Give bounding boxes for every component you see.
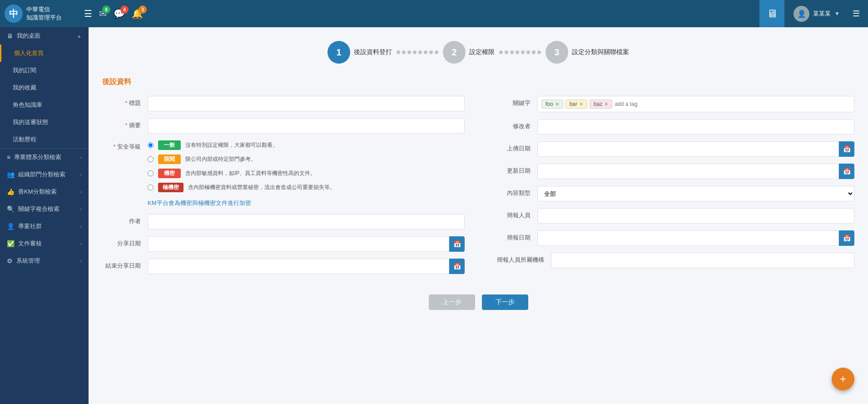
title-input[interactable] — [148, 96, 465, 111]
security-badge-secret: 機密 — [158, 169, 181, 178]
security-badge-normal: 一般 — [158, 140, 181, 150]
present-date-calendar-button[interactable]: 📅 — [839, 230, 854, 246]
fab-button[interactable]: + — [832, 368, 854, 390]
org-cat-chevron: › — [80, 172, 82, 177]
update-date-field: 📅 — [537, 164, 854, 179]
step-3-circle: 3 — [546, 41, 568, 64]
update-date-calendar-button[interactable]: 📅 — [839, 164, 854, 179]
keyword-add-input[interactable] — [615, 101, 683, 107]
main-content: 1 後設資料登打 2 設定權限 3 設定分類與關聯檔案 後設資料 — [89, 27, 868, 404]
keyword-chevron: › — [80, 206, 82, 212]
step-2: 2 設定權限 — [443, 41, 495, 64]
presenter-input[interactable] — [537, 208, 854, 224]
share-date-field: 📅 — [148, 236, 465, 252]
present-date-input[interactable] — [537, 230, 839, 246]
sidebar-item-my-bookmarks[interactable]: 我的收藏 — [0, 79, 89, 96]
editor-input[interactable] — [537, 119, 854, 135]
sidebar-item-sys-admin[interactable]: ⚙ 系統管理 › — [0, 252, 89, 269]
sidebar-item-role-knowledge[interactable]: 角色知識庫 — [0, 96, 89, 114]
share-date-input[interactable] — [148, 236, 449, 252]
sidebar-item-activity-history[interactable]: 活動歷程 — [0, 131, 89, 148]
keyword-remove-bar[interactable]: ✕ — [579, 101, 583, 107]
encryption-link[interactable]: KM平台會為機密與極機密文件進行加密 — [148, 199, 251, 207]
security-radio-secret[interactable] — [148, 170, 154, 176]
security-radio-limited[interactable] — [148, 156, 154, 162]
security-radio-topsecret[interactable] — [148, 185, 154, 190]
security-label: 安全等級 — [102, 140, 148, 151]
form-right: 關鍵字 foo ✕ bar ✕ baz ✕ — [492, 96, 854, 281]
step-2-3-dots — [499, 50, 541, 54]
step-3-label: 設定分類與關聯檔案 — [572, 48, 629, 56]
share-date-label: 分享日期 — [102, 236, 148, 248]
end-share-date-input[interactable] — [148, 259, 449, 274]
logo-text: 中華電信 知識管理平台 — [26, 5, 62, 22]
step-2-label: 設定權限 — [469, 48, 495, 56]
keyword-tag-baz: baz ✕ — [590, 100, 612, 109]
desk-chevron: ▲ — [77, 33, 82, 39]
author-input[interactable] — [148, 214, 465, 229]
title-label: 標題 — [102, 96, 148, 107]
org-cat-icon: 👥 — [7, 171, 15, 178]
security-option-limited: 限閱 限公司內部或特定部門參考。 — [148, 155, 465, 164]
monitor-button[interactable]: 🖥 — [759, 0, 784, 27]
monitor-icon: 🖥 — [767, 7, 778, 20]
present-date-label: 簡報日期 — [492, 230, 537, 242]
km-cat-chevron: › — [80, 189, 82, 195]
mail-icon-button[interactable]: ✉ 8 — [99, 8, 107, 19]
presenter-org-input[interactable] — [551, 253, 854, 268]
upload-date-field: 📅 — [537, 141, 854, 157]
security-option-topsecret: 極機密 含內部極機密資料或營業秘密，流出會造成公司重要損失等。 — [148, 183, 465, 192]
button-row: 上一步 下一步 — [102, 294, 854, 310]
nav-left: 中 中華電信 知識管理平台 ☰ ✉ 8 💬 4 🔔 3 — [5, 5, 143, 23]
encryption-row: KM平台會為機密與極機密文件進行加密 — [102, 199, 465, 207]
step-3: 3 設定分類與關聯檔案 — [546, 41, 629, 64]
next-button[interactable]: 下一步 — [482, 294, 528, 310]
keyword-label: 關鍵字 — [492, 96, 537, 107]
upload-date-input[interactable] — [537, 141, 839, 157]
user-area[interactable]: 👤 某某某 ▼ — [789, 6, 844, 22]
sidebar-item-my-submission[interactable]: 我的送審狀態 — [0, 114, 89, 131]
sidebar-item-pro-category[interactable]: ≡ 專業體系分類檢索 › — [0, 149, 89, 166]
upload-date-label: 上傳日期 — [492, 141, 537, 153]
comment-icon-button[interactable]: 💬 4 — [114, 8, 125, 19]
hamburger-button[interactable]: ☰ — [82, 6, 94, 21]
keyword-remove-foo[interactable]: ✕ — [555, 101, 559, 107]
content-type-select[interactable]: 全部 文件 影片 音頻 — [537, 186, 854, 201]
upload-date-row: 上傳日期 📅 — [492, 141, 854, 157]
keyword-tag-bar: bar ✕ — [565, 100, 587, 109]
keyword-search-icon: 🔍 — [7, 205, 15, 213]
upload-date-calendar-button[interactable]: 📅 — [839, 141, 854, 157]
end-share-date-field: 📅 — [148, 259, 465, 274]
keyword-row: 關鍵字 foo ✕ bar ✕ baz ✕ — [492, 96, 854, 112]
comment-badge: 4 — [120, 5, 129, 14]
sidebar-item-org-category[interactable]: 👥 組織部門分類檢索 › — [0, 166, 89, 183]
sidebar-item-my-desk[interactable]: 🖥 我的桌面 ▲ — [0, 27, 89, 45]
security-radio-normal[interactable] — [148, 142, 154, 148]
keyword-remove-baz[interactable]: ✕ — [604, 101, 608, 107]
prev-button[interactable]: 上一步 — [429, 294, 475, 310]
community-icon: 👤 — [7, 223, 15, 230]
keyword-tag-foo: foo ✕ — [541, 100, 563, 109]
top-navigation: 中 中華電信 知識管理平台 ☰ ✉ 8 💬 4 🔔 3 🖥 — [0, 0, 868, 27]
summary-input[interactable] — [148, 118, 465, 134]
sidebar-item-keyword-search[interactable]: 🔍 關鍵字複合檢索 › — [0, 200, 89, 218]
content-type-label: 內容類型 — [492, 186, 537, 197]
sidebar-item-pro-community[interactable]: 👤 專案社群 › — [0, 218, 89, 235]
list-view-icon[interactable]: ☰ — [849, 9, 863, 19]
username-label: 某某某 — [813, 10, 831, 18]
end-share-date-calendar-button[interactable]: 📅 — [449, 259, 465, 274]
update-date-row: 更新日期 📅 — [492, 164, 854, 179]
keyword-container[interactable]: foo ✕ bar ✕ baz ✕ — [537, 96, 854, 112]
sidebar-item-personal-home[interactable]: 個人化首頁 — [0, 45, 89, 62]
main-layout: 🖥 我的桌面 ▲ 個人化首頁 我的訂閱 我的收藏 角色知識庫 我的送審狀態 活動 — [0, 27, 868, 404]
sidebar-item-km-category[interactable]: 👍 善KM分類檢索 › — [0, 183, 89, 200]
share-date-calendar-button[interactable]: 📅 — [449, 236, 465, 252]
bell-icon-button[interactable]: 🔔 3 — [132, 8, 143, 19]
title-row: 標題 — [102, 96, 465, 111]
sidebar-item-my-orders[interactable]: 我的訂閱 — [0, 62, 89, 79]
sidebar-item-doc-review[interactable]: ✅ 文件審核 › — [0, 235, 89, 252]
pro-cat-chevron: › — [80, 155, 82, 160]
form-grid: 標題 摘要 安全等級 一般 沒有特別設定權限，大家都可以觀看。 — [102, 96, 854, 281]
update-date-input[interactable] — [537, 164, 839, 179]
security-desc-normal: 沒有特別設定權限，大家都可以觀看。 — [185, 141, 278, 149]
